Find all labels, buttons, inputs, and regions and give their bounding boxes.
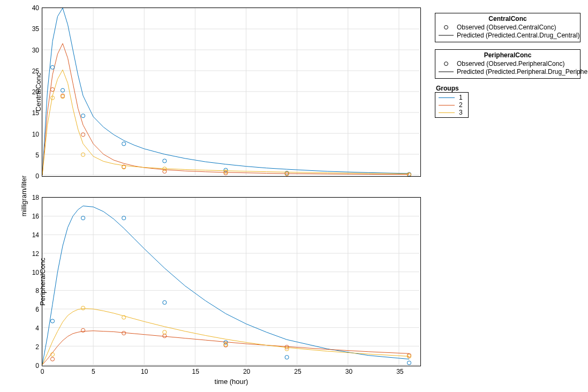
- y-tick-label: 4: [35, 325, 42, 332]
- svg-point-80: [444, 26, 448, 29]
- svg-point-25: [50, 88, 54, 92]
- svg-point-19: [81, 114, 85, 118]
- svg-point-70: [224, 343, 228, 347]
- svg-point-17: [50, 65, 54, 69]
- y-tick-label: 12: [32, 250, 42, 258]
- predicted-line-icon: [439, 32, 454, 39]
- legend-centralconc-title: CentralConc: [439, 14, 577, 24]
- y-tick-label: 8: [35, 287, 42, 295]
- svg-point-72: [407, 353, 411, 357]
- svg-point-68: [122, 331, 126, 335]
- axes-peripheralconc: PeripheralConc time (hour) 0510152025303…: [42, 197, 421, 366]
- figure-ylabel: milligram/liter: [20, 176, 28, 217]
- legend-centralconc-observed-label: Observed (Observed.CentralConc): [457, 24, 556, 31]
- legend-group-3: 3: [439, 109, 463, 116]
- svg-point-65: [407, 361, 411, 365]
- svg-point-67: [81, 328, 85, 332]
- y-tick-label: 2: [35, 343, 42, 351]
- y-tick-label: 10: [32, 131, 42, 138]
- svg-point-21: [163, 159, 167, 163]
- x-tick-label: 10: [141, 366, 148, 375]
- legend-group-2-label: 2: [459, 101, 463, 109]
- legend-centralconc-observed: Observed (Observed.CentralConc): [439, 24, 577, 32]
- x-tick-label: 5: [92, 366, 95, 375]
- y-tick-label: 40: [32, 4, 42, 12]
- y-tick-label: 10: [32, 269, 42, 276]
- legend-centralconc: CentralConc Observed (Observed.CentralCo…: [435, 13, 581, 42]
- legend-group-2: 2: [439, 101, 463, 109]
- y-tick-label: 5: [35, 152, 42, 159]
- svg-point-74: [81, 306, 85, 310]
- y-tick-label: 20: [32, 88, 42, 96]
- svg-point-69: [163, 334, 167, 338]
- observed-marker-icon: [439, 61, 454, 67]
- x-tick-label: 15: [192, 366, 199, 375]
- legend-peripheralconc: PeripheralConc Observed (Observed.Periph…: [435, 49, 581, 79]
- group-color-icon: [439, 112, 455, 113]
- y-tick-label: 16: [32, 213, 42, 220]
- figure-xlabel: time (hour): [215, 378, 248, 386]
- group-color-icon: [439, 97, 455, 98]
- y-tick-label: 15: [32, 109, 42, 117]
- legend-centralconc-predicted: Predicted (Predicted.Central.Drug_Centra…: [439, 32, 577, 40]
- svg-point-76: [163, 330, 167, 334]
- svg-point-59: [50, 319, 54, 323]
- svg-point-62: [163, 300, 167, 304]
- observed-marker-icon: [439, 24, 454, 31]
- axes-centralconc: CentralConc 0510152025303540: [42, 7, 421, 177]
- legend-centralconc-predicted-label: Predicted (Predicted.Central.Drug_Centra…: [457, 32, 579, 39]
- legend-group-3-label: 3: [459, 109, 463, 116]
- legend-groups-title: Groups: [435, 85, 469, 92]
- legend-peripheralconc-observed-label: Observed (Observed.PeripheralConc): [457, 60, 564, 67]
- y-tick-label: 18: [32, 194, 42, 201]
- legend-group-1: 1: [439, 94, 463, 101]
- x-tick-label: 20: [243, 366, 250, 375]
- svg-point-35: [81, 153, 85, 156]
- svg-point-60: [81, 216, 85, 220]
- figure: milligram/liter CentralConc 051015202530…: [0, 0, 588, 392]
- y-tick-label: 0: [35, 172, 42, 180]
- group-color-icon: [439, 105, 455, 105]
- svg-point-66: [50, 357, 54, 361]
- svg-point-82: [444, 62, 448, 66]
- legend-peripheralconc-predicted: Predicted (Predicted.Peripheral.Drug_Per…: [439, 68, 577, 76]
- y-tick-label: 14: [32, 231, 42, 239]
- legend-peripheralconc-observed: Observed (Observed.PeripheralConc): [439, 60, 577, 68]
- legend-groups-list: 1 2 3: [435, 92, 469, 118]
- svg-point-61: [122, 216, 126, 220]
- legend-groups: Groups 1 2 3: [435, 85, 469, 118]
- predicted-line-icon: [439, 69, 454, 75]
- svg-point-64: [285, 356, 289, 359]
- x-tick-label: 25: [294, 366, 301, 375]
- x-tick-label: 35: [396, 366, 403, 375]
- x-tick-label: 30: [345, 366, 352, 375]
- y-tick-label: 0: [35, 362, 42, 370]
- y-tick-label: 25: [32, 67, 42, 75]
- legend-group-1-label: 1: [459, 94, 463, 101]
- y-tick-label: 6: [35, 306, 42, 313]
- y-tick-label: 30: [32, 47, 42, 54]
- legend-peripheralconc-predicted-label: Predicted (Predicted.Peripheral.Drug_Per…: [457, 68, 588, 76]
- y-tick-label: 35: [32, 25, 42, 33]
- legend-peripheralconc-title: PeripheralConc: [439, 51, 577, 60]
- axes-peripheralconc-ylabel: PeripheralConc: [39, 258, 47, 306]
- svg-point-20: [122, 142, 126, 146]
